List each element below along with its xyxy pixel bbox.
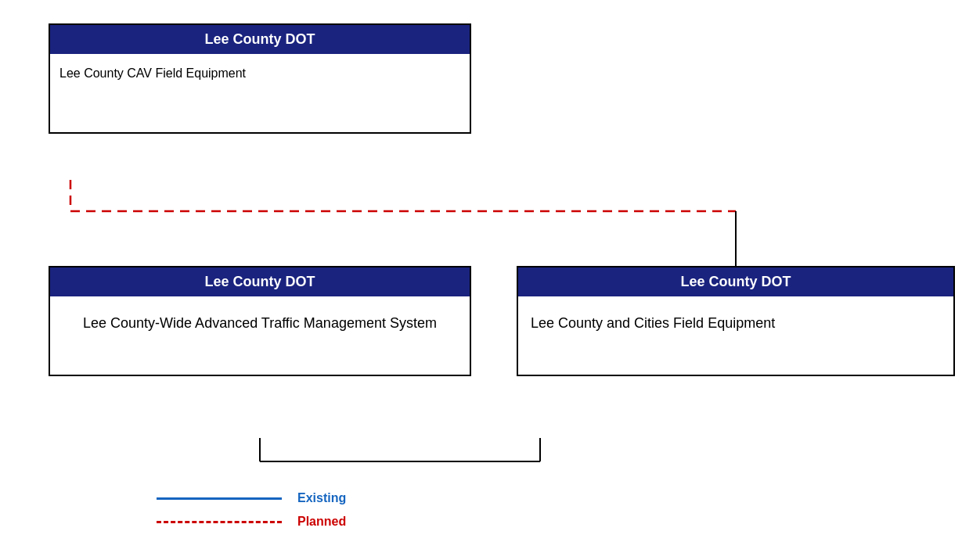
- node-cav-body: Lee County CAV Field Equipment: [50, 54, 470, 132]
- node-cav-header: Lee County DOT: [50, 25, 470, 54]
- node-cav: Lee County DOT Lee County CAV Field Equi…: [49, 23, 471, 134]
- legend-planned-label: Planned: [297, 515, 346, 529]
- node-field: Lee County DOT Lee County and Cities Fie…: [517, 266, 955, 376]
- node-field-body: Lee County and Cities Field Equipment: [518, 296, 953, 375]
- legend-existing-line: [157, 497, 282, 500]
- node-atms: Lee County DOT Lee County-Wide Advanced …: [49, 266, 471, 376]
- legend: Existing Planned: [157, 491, 346, 529]
- legend-planned-line: [157, 521, 282, 523]
- legend-existing: Existing: [157, 491, 346, 505]
- node-atms-body: Lee County-Wide Advanced Traffic Managem…: [50, 296, 470, 375]
- diagram-container: Lee County DOT Lee County CAV Field Equi…: [0, 0, 980, 560]
- legend-existing-label: Existing: [297, 491, 346, 505]
- node-field-header: Lee County DOT: [518, 267, 953, 296]
- legend-planned: Planned: [157, 515, 346, 529]
- node-atms-header: Lee County DOT: [50, 267, 470, 296]
